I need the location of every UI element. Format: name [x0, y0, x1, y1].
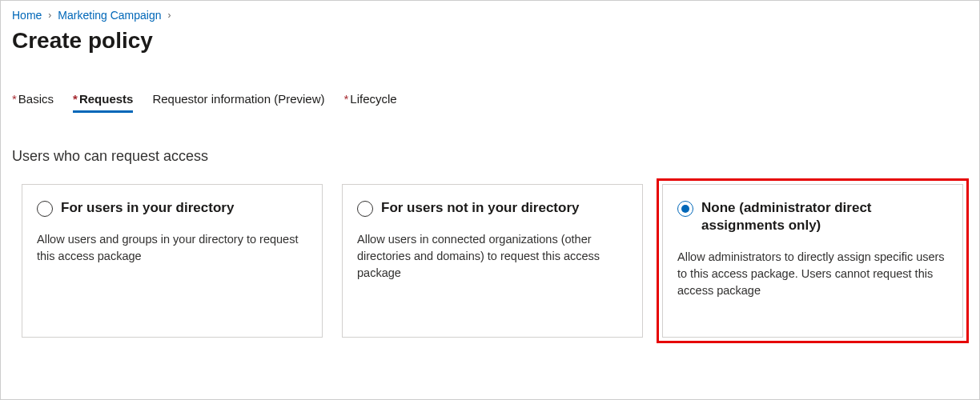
- option-in-directory[interactable]: For users in your directory Allow users …: [22, 184, 323, 338]
- tab-requestor-information[interactable]: Requestor information (Preview): [152, 92, 324, 113]
- tab-label: Requestor information (Preview): [152, 92, 324, 106]
- option-title: For users in your directory: [61, 199, 234, 217]
- tab-label: Basics: [18, 92, 54, 106]
- required-asterisk: *: [344, 92, 349, 106]
- breadcrumb-home[interactable]: Home: [12, 9, 42, 22]
- page-title: Create policy: [12, 28, 968, 54]
- option-title: None (administrator direct assignments o…: [701, 199, 948, 234]
- radio-none[interactable]: [677, 201, 693, 217]
- tabs: *Basics *Requests Requestor information …: [12, 92, 968, 113]
- option-not-in-directory[interactable]: For users not in your directory Allow us…: [342, 184, 643, 338]
- radio-in-directory[interactable]: [37, 201, 53, 217]
- section-heading: Users who can request access: [12, 148, 968, 165]
- option-none[interactable]: None (administrator direct assignments o…: [662, 184, 963, 338]
- option-title: For users not in your directory: [381, 199, 580, 217]
- tab-label: Requests: [79, 92, 134, 106]
- chevron-right-icon: ›: [168, 10, 171, 21]
- options-row: For users in your directory Allow users …: [12, 184, 968, 338]
- chevron-right-icon: ›: [48, 10, 51, 21]
- tab-requests[interactable]: *Requests: [73, 92, 133, 113]
- tab-basics[interactable]: *Basics: [12, 92, 54, 113]
- option-description: Allow users in connected organizations (…: [357, 231, 628, 282]
- required-asterisk: *: [12, 92, 17, 106]
- tab-label: Lifecycle: [350, 92, 396, 106]
- option-description: Allow users and groups in your directory…: [37, 231, 307, 265]
- option-description: Allow administrators to directly assign …: [677, 249, 948, 299]
- breadcrumb-parent[interactable]: Marketing Campaign: [58, 9, 161, 22]
- tab-lifecycle[interactable]: *Lifecycle: [344, 92, 397, 113]
- required-asterisk: *: [73, 92, 78, 106]
- breadcrumb: Home › Marketing Campaign ›: [12, 9, 968, 22]
- radio-not-in-directory[interactable]: [357, 201, 373, 217]
